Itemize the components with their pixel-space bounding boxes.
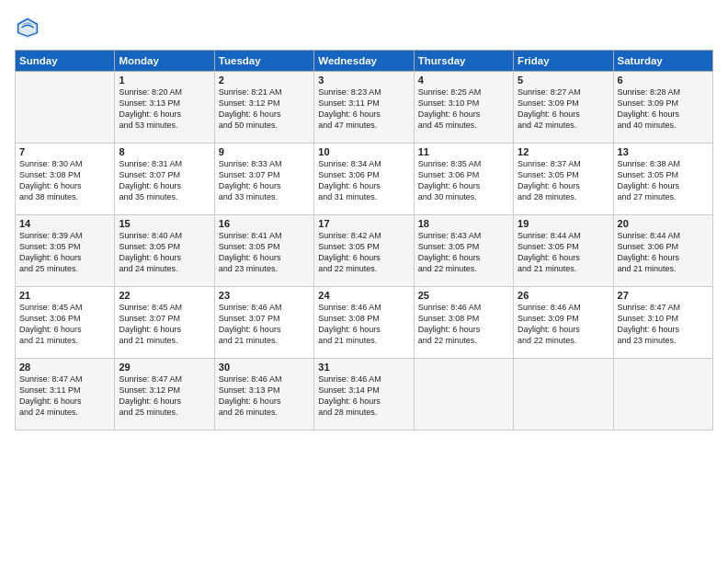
day-number: 4 — [418, 75, 509, 86]
day-number: 26 — [518, 290, 609, 301]
cell-3-7: 20Sunrise: 8:44 AM Sunset: 3:06 PM Dayli… — [613, 215, 712, 287]
day-info: Sunrise: 8:42 AM Sunset: 3:05 PM Dayligh… — [318, 230, 409, 275]
cell-5-5 — [414, 359, 513, 431]
cell-5-7 — [613, 359, 712, 431]
day-number: 6 — [618, 75, 709, 86]
day-info: Sunrise: 8:46 AM Sunset: 3:08 PM Dayligh… — [318, 302, 409, 347]
day-number: 19 — [518, 218, 609, 229]
cell-2-4: 10Sunrise: 8:34 AM Sunset: 3:06 PM Dayli… — [314, 144, 414, 215]
cell-4-4: 24Sunrise: 8:46 AM Sunset: 3:08 PM Dayli… — [314, 287, 414, 359]
col-header-sunday: Sunday — [16, 51, 115, 72]
cell-3-6: 19Sunrise: 8:44 AM Sunset: 3:05 PM Dayli… — [514, 215, 613, 287]
day-number: 20 — [618, 218, 709, 229]
day-info: Sunrise: 8:39 AM Sunset: 3:05 PM Dayligh… — [19, 230, 110, 275]
cell-2-5: 11Sunrise: 8:35 AM Sunset: 3:06 PM Dayli… — [414, 144, 513, 215]
page: SundayMondayTuesdayWednesdayThursdayFrid… — [0, 0, 728, 563]
day-info: Sunrise: 8:46 AM Sunset: 3:08 PM Dayligh… — [418, 302, 509, 347]
day-info: Sunrise: 8:25 AM Sunset: 3:10 PM Dayligh… — [418, 86, 509, 132]
cell-4-5: 25Sunrise: 8:46 AM Sunset: 3:08 PM Dayli… — [414, 287, 513, 359]
col-header-thursday: Thursday — [414, 51, 513, 72]
col-header-saturday: Saturday — [613, 51, 712, 72]
cell-3-1: 14Sunrise: 8:39 AM Sunset: 3:05 PM Dayli… — [16, 215, 115, 287]
day-number: 15 — [119, 218, 210, 229]
day-info: Sunrise: 8:34 AM Sunset: 3:06 PM Dayligh… — [318, 158, 409, 203]
day-number: 28 — [19, 362, 110, 373]
day-number: 16 — [219, 218, 310, 229]
day-number: 30 — [219, 362, 310, 373]
cell-1-5: 4Sunrise: 8:25 AM Sunset: 3:10 PM Daylig… — [414, 72, 513, 144]
cell-5-3: 30Sunrise: 8:46 AM Sunset: 3:13 PM Dayli… — [214, 359, 313, 431]
cell-1-7: 6Sunrise: 8:28 AM Sunset: 3:09 PM Daylig… — [613, 72, 712, 144]
day-number: 5 — [518, 75, 609, 86]
day-number: 23 — [219, 290, 310, 301]
cell-1-6: 5Sunrise: 8:27 AM Sunset: 3:09 PM Daylig… — [514, 72, 613, 144]
day-number: 11 — [418, 146, 509, 157]
day-info: Sunrise: 8:45 AM Sunset: 3:06 PM Dayligh… — [19, 302, 110, 347]
day-info: Sunrise: 8:47 AM Sunset: 3:10 PM Dayligh… — [618, 302, 709, 347]
cell-5-6 — [514, 359, 613, 431]
day-number: 1 — [119, 75, 210, 86]
header-row: SundayMondayTuesdayWednesdayThursdayFrid… — [16, 51, 713, 72]
logo — [15, 15, 44, 40]
day-info: Sunrise: 8:28 AM Sunset: 3:09 PM Dayligh… — [618, 86, 709, 132]
day-info: Sunrise: 8:44 AM Sunset: 3:06 PM Dayligh… — [618, 230, 709, 275]
cell-2-3: 9Sunrise: 8:33 AM Sunset: 3:07 PM Daylig… — [214, 144, 313, 215]
day-info: Sunrise: 8:21 AM Sunset: 3:12 PM Dayligh… — [219, 86, 310, 132]
week-row-4: 21Sunrise: 8:45 AM Sunset: 3:06 PM Dayli… — [16, 287, 713, 359]
header — [15, 15, 713, 40]
day-info: Sunrise: 8:44 AM Sunset: 3:05 PM Dayligh… — [518, 230, 609, 275]
cell-2-1: 7Sunrise: 8:30 AM Sunset: 3:08 PM Daylig… — [16, 144, 115, 215]
day-info: Sunrise: 8:33 AM Sunset: 3:07 PM Dayligh… — [219, 158, 310, 203]
cell-3-4: 17Sunrise: 8:42 AM Sunset: 3:05 PM Dayli… — [314, 215, 414, 287]
logo-icon — [15, 15, 40, 40]
day-number: 24 — [318, 290, 409, 301]
cell-5-1: 28Sunrise: 8:47 AM Sunset: 3:11 PM Dayli… — [16, 359, 115, 431]
week-row-3: 14Sunrise: 8:39 AM Sunset: 3:05 PM Dayli… — [16, 215, 713, 287]
day-info: Sunrise: 8:46 AM Sunset: 3:14 PM Dayligh… — [318, 373, 409, 419]
col-header-monday: Monday — [115, 51, 214, 72]
day-number: 12 — [518, 146, 609, 157]
day-number: 8 — [119, 146, 210, 157]
day-number: 17 — [318, 218, 409, 229]
week-row-1: 1Sunrise: 8:20 AM Sunset: 3:13 PM Daylig… — [16, 72, 713, 144]
day-number: 25 — [418, 290, 509, 301]
svg-marker-0 — [17, 17, 39, 39]
day-number: 14 — [19, 218, 110, 229]
cell-2-2: 8Sunrise: 8:31 AM Sunset: 3:07 PM Daylig… — [115, 144, 214, 215]
day-info: Sunrise: 8:46 AM Sunset: 3:07 PM Dayligh… — [219, 302, 310, 347]
day-info: Sunrise: 8:46 AM Sunset: 3:09 PM Dayligh… — [518, 302, 609, 347]
cell-3-3: 16Sunrise: 8:41 AM Sunset: 3:05 PM Dayli… — [214, 215, 313, 287]
cell-1-2: 1Sunrise: 8:20 AM Sunset: 3:13 PM Daylig… — [115, 72, 214, 144]
cell-1-3: 2Sunrise: 8:21 AM Sunset: 3:12 PM Daylig… — [214, 72, 313, 144]
day-number: 9 — [219, 146, 310, 157]
day-number: 22 — [119, 290, 210, 301]
day-info: Sunrise: 8:47 AM Sunset: 3:11 PM Dayligh… — [19, 373, 110, 419]
week-row-5: 28Sunrise: 8:47 AM Sunset: 3:11 PM Dayli… — [16, 359, 713, 431]
calendar-table: SundayMondayTuesdayWednesdayThursdayFrid… — [15, 50, 713, 431]
day-info: Sunrise: 8:43 AM Sunset: 3:05 PM Dayligh… — [418, 230, 509, 275]
day-info: Sunrise: 8:20 AM Sunset: 3:13 PM Dayligh… — [119, 86, 210, 132]
cell-4-6: 26Sunrise: 8:46 AM Sunset: 3:09 PM Dayli… — [514, 287, 613, 359]
cell-3-5: 18Sunrise: 8:43 AM Sunset: 3:05 PM Dayli… — [414, 215, 513, 287]
day-info: Sunrise: 8:31 AM Sunset: 3:07 PM Dayligh… — [119, 158, 210, 203]
cell-5-4: 31Sunrise: 8:46 AM Sunset: 3:14 PM Dayli… — [314, 359, 414, 431]
day-info: Sunrise: 8:47 AM Sunset: 3:12 PM Dayligh… — [119, 373, 210, 419]
day-info: Sunrise: 8:30 AM Sunset: 3:08 PM Dayligh… — [19, 158, 110, 203]
day-info: Sunrise: 8:23 AM Sunset: 3:11 PM Dayligh… — [318, 86, 409, 132]
cell-3-2: 15Sunrise: 8:40 AM Sunset: 3:05 PM Dayli… — [115, 215, 214, 287]
col-header-wednesday: Wednesday — [314, 51, 414, 72]
day-info: Sunrise: 8:45 AM Sunset: 3:07 PM Dayligh… — [119, 302, 210, 347]
day-number: 13 — [618, 146, 709, 157]
cell-4-7: 27Sunrise: 8:47 AM Sunset: 3:10 PM Dayli… — [613, 287, 712, 359]
day-info: Sunrise: 8:40 AM Sunset: 3:05 PM Dayligh… — [119, 230, 210, 275]
day-number: 18 — [418, 218, 509, 229]
day-number: 27 — [618, 290, 709, 301]
cell-1-4: 3Sunrise: 8:23 AM Sunset: 3:11 PM Daylig… — [314, 72, 414, 144]
day-number: 29 — [119, 362, 210, 373]
day-number: 7 — [19, 146, 110, 157]
day-number: 2 — [219, 75, 310, 86]
cell-4-2: 22Sunrise: 8:45 AM Sunset: 3:07 PM Dayli… — [115, 287, 214, 359]
col-header-tuesday: Tuesday — [214, 51, 313, 72]
day-info: Sunrise: 8:38 AM Sunset: 3:05 PM Dayligh… — [618, 158, 709, 203]
day-number: 10 — [318, 146, 409, 157]
